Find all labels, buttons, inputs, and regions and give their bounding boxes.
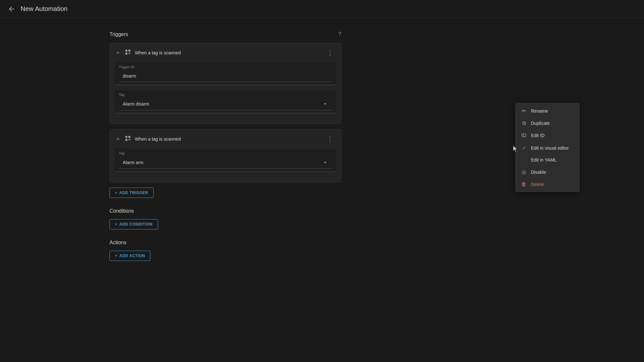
add-trigger-label: ADD TRIGGER (119, 190, 148, 195)
delete-label: Delete (531, 182, 544, 187)
add-condition-plus: + (115, 222, 118, 227)
menu-item-duplicate[interactable]: ⧉Duplicate (516, 117, 579, 129)
trigger2-tag-value: Alarm arm (123, 160, 144, 165)
conditions-title: Conditions (109, 208, 134, 214)
menu-item-edit_visual[interactable]: ✓Edit in visual editor (516, 142, 579, 154)
svg-rect-9 (129, 139, 130, 140)
trigger2-more-btn[interactable]: ⋮ (324, 134, 336, 144)
add-trigger-plus: + (115, 190, 118, 195)
help-icon[interactable]: ? (338, 31, 341, 38)
trigger2-tag-label: Tag (119, 151, 332, 155)
trigger2-fields: Tag Alarm arm (110, 149, 341, 182)
trigger2-header-left: When a tag is scanned (115, 135, 181, 143)
trigger2-tag-field: Tag Alarm arm (115, 149, 336, 172)
conditions-header: Conditions (109, 208, 341, 214)
menu-item-delete[interactable]: 🗑Delete (516, 178, 579, 190)
trigger1-header-left: When a tag is scanned (115, 49, 181, 57)
menu-item-rename[interactable]: ✏Rename (516, 105, 579, 117)
main-content: Triggers ? (0, 18, 451, 284)
trigger1-id-value[interactable]: disarm (119, 70, 332, 82)
svg-rect-5 (128, 54, 129, 54)
add-action-button[interactable]: + ADD ACTION (109, 251, 150, 261)
menu-item-edit_yaml[interactable]: Edit in YAML (516, 154, 579, 166)
svg-rect-0 (126, 50, 128, 51)
edit_yaml-label: Edit in YAML (531, 157, 557, 162)
trigger2-label: When a tag is scanned (135, 136, 181, 142)
delete-icon: 🗑 (521, 181, 527, 187)
rename-icon: ✏ (521, 108, 527, 114)
trigger2-tag-inner: Tag Alarm arm (115, 149, 336, 172)
actions-header: Actions (109, 240, 341, 246)
svg-rect-7 (128, 136, 130, 138)
triggers-title: Triggers (109, 32, 128, 37)
menu-item-disable[interactable]: ◎Disable (516, 166, 579, 178)
svg-rect-1 (128, 50, 130, 51)
edit_id-icon: ID (521, 133, 527, 138)
menu-item-edit_id[interactable]: IDEdit ID (516, 129, 579, 142)
actions-title: Actions (109, 240, 126, 246)
add-action-label: ADD ACTION (119, 254, 145, 258)
header: New Automation (0, 0, 644, 18)
trigger1-id-label: Trigger ID (119, 65, 332, 69)
trigger1-tag-select[interactable]: Alarm disarm (119, 98, 332, 110)
trigger1-tag-value: Alarm disarm (123, 101, 149, 107)
trigger2-collapse-btn[interactable] (115, 136, 121, 142)
back-button[interactable] (8, 5, 15, 13)
trigger2-tag-select[interactable]: Alarm arm (119, 156, 332, 169)
duplicate-icon: ⧉ (521, 120, 527, 126)
svg-rect-11 (128, 140, 129, 141)
disable-icon: ◎ (521, 169, 527, 175)
actions-section: Actions + ADD ACTION (109, 240, 341, 261)
trigger1-label: When a tag is scanned (135, 50, 181, 55)
conditions-section: Conditions + ADD CONDITION (109, 208, 341, 229)
duplicate-label: Duplicate (531, 121, 550, 126)
triggers-section: Triggers ? (109, 31, 341, 198)
edit_visual-label: Edit in visual editor (531, 145, 569, 151)
add-condition-label: ADD CONDITION (119, 222, 153, 227)
trigger1-id-field: Trigger ID disarm (115, 62, 336, 85)
trigger1-id-inner: Trigger ID disarm (115, 62, 336, 85)
svg-rect-10 (128, 139, 129, 139)
svg-rect-2 (126, 52, 128, 54)
trigger1-tag-inner: Tag Alarm disarm (115, 90, 336, 113)
svg-rect-6 (126, 136, 128, 138)
svg-rect-3 (129, 52, 130, 53)
trigger2-icon (125, 135, 131, 143)
trigger2-header: When a tag is scanned ⋮ (110, 129, 341, 149)
trigger1-icon (125, 49, 131, 57)
trigger-card-2: When a tag is scanned ⋮ Tag Alarm arm (109, 129, 341, 182)
triggers-header: Triggers ? (109, 31, 341, 38)
trigger1-tag-field: Tag Alarm disarm (115, 90, 336, 113)
edit_visual-icon: ✓ (521, 145, 527, 151)
trigger1-header: When a tag is scanned ⋮ (110, 43, 341, 62)
context-menu: ✏Rename⧉DuplicateIDEdit ID✓Edit in visua… (515, 103, 580, 192)
svg-rect-4 (128, 52, 129, 53)
add-trigger-button[interactable]: + ADD TRIGGER (109, 188, 154, 198)
trigger1-tag-label: Tag (119, 93, 332, 97)
svg-rect-8 (126, 139, 128, 141)
trigger1-collapse-btn[interactable] (115, 50, 121, 56)
add-condition-button[interactable]: + ADD CONDITION (109, 219, 158, 229)
rename-label: Rename (531, 108, 548, 114)
trigger-card-1: When a tag is scanned ⋮ Trigger ID disar… (109, 43, 341, 124)
disable-label: Disable (531, 170, 546, 175)
edit_id-label: Edit ID (531, 133, 545, 138)
add-action-plus: + (115, 254, 118, 258)
page-title: New Automation (21, 5, 68, 13)
trigger1-more-btn[interactable]: ⋮ (324, 48, 336, 58)
trigger1-fields: Trigger ID disarm Tag Alarm disarm (110, 62, 341, 124)
